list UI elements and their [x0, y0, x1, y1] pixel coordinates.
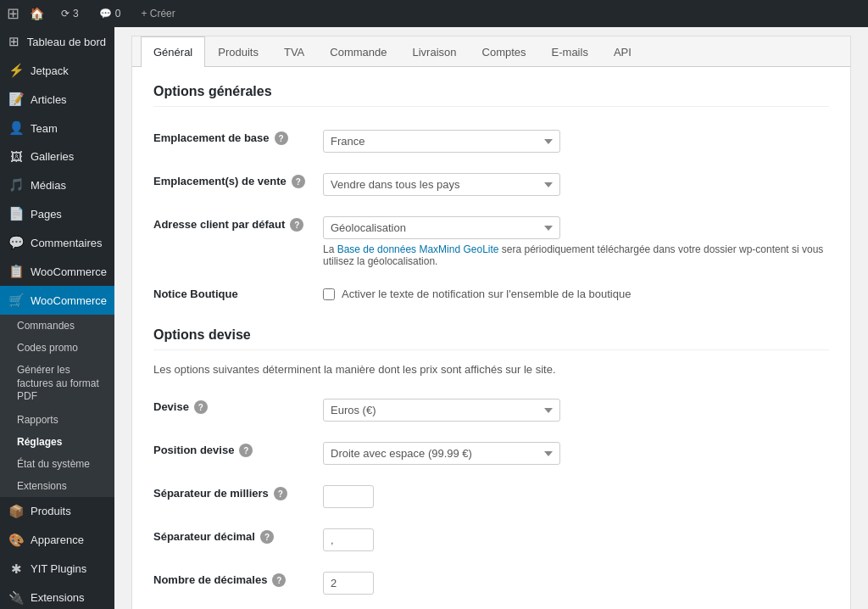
emplacement-base-label: Emplacement de base — [153, 131, 270, 144]
sidebar-item-galleries[interactable]: 🖼 Galleries — [0, 142, 114, 170]
sidebar-item-yit-plugins[interactable]: ✱ YIT Plugins — [0, 555, 114, 584]
position-devise-row: Position devise ? Droite avec espace (99… — [153, 432, 829, 475]
settings-panel: Général Produits TVA Commande Livraison … — [131, 36, 851, 609]
devise-label: Devise — [153, 400, 189, 413]
separateur-decimal-input[interactable] — [323, 528, 374, 551]
separateur-milliers-label: Séparateur de milliers — [153, 487, 269, 500]
woocommerce-submenu: Commandes Codes promo Générer les factur… — [0, 315, 114, 497]
admin-bar: ⊞ 🏠 ⟳ 3 💬 0 + Créer — [0, 0, 868, 27]
tab-produits[interactable]: Produits — [205, 36, 271, 67]
tab-comptes[interactable]: Comptes — [470, 36, 539, 67]
sidebar-item-team[interactable]: 👤 Team — [0, 114, 114, 142]
comments-count: 0 — [115, 8, 121, 20]
tab-emails[interactable]: E-mails — [539, 36, 601, 67]
submenu-label: Codes promo — [17, 342, 78, 354]
separateur-decimal-help-icon[interactable]: ? — [260, 530, 274, 544]
sidebar-label: Apparence — [31, 534, 84, 546]
sidebar: ⊞ Tableau de bord ⚡ Jetpack 📝 Articles 👤… — [0, 27, 114, 609]
notice-boutique-text: Activer le texte de notification sur l'e… — [342, 288, 631, 300]
devise-help-icon[interactable]: ? — [194, 400, 208, 414]
sidebar-item-pages[interactable]: 📄 Pages — [0, 199, 114, 228]
sidebar-label: Jetpack — [31, 64, 69, 77]
notice-boutique-label: Notice Boutique — [153, 288, 238, 300]
position-devise-select[interactable]: Droite avec espace (99.99 €) Gauche (€99… — [323, 442, 560, 465]
nombre-decimales-input[interactable] — [323, 572, 374, 595]
sidebar-label: WooCommerce — [31, 265, 107, 278]
position-devise-help-icon[interactable]: ? — [239, 444, 253, 457]
articles-icon: 📝 — [8, 92, 24, 107]
galleries-icon: 🖼 — [8, 149, 24, 164]
team-icon: 👤 — [8, 120, 24, 136]
sidebar-label: Pages — [31, 208, 62, 221]
adresse-client-label: Adresse client par défaut — [153, 218, 285, 231]
emplacement-vente-help-icon[interactable]: ? — [292, 175, 305, 188]
tab-tva[interactable]: TVA — [271, 36, 317, 67]
sidebar-item-codes-promo[interactable]: Codes promo — [0, 337, 114, 359]
adresse-client-select[interactable]: Géolocalisation Adresse de facturation A… — [323, 216, 560, 239]
nombre-decimales-help-icon[interactable]: ? — [272, 573, 286, 587]
emplacement-base-row: Emplacement de base ? France Belgium Swi… — [153, 120, 829, 163]
dashboard-icon: ⊞ — [8, 34, 20, 49]
comments-item[interactable]: 💬 0 — [92, 0, 128, 27]
sidebar-label: Galleries — [31, 150, 74, 163]
sidebar-item-extensions-sub[interactable]: Extensions — [0, 475, 114, 497]
sidebar-label: YIT Plugins — [31, 562, 86, 575]
tab-livraison[interactable]: Livraison — [399, 36, 469, 67]
separateur-milliers-help-icon[interactable]: ? — [274, 487, 287, 500]
sidebar-item-articles[interactable]: 📝 Articles — [0, 85, 114, 114]
sidebar-label: WooCommerce — [31, 294, 107, 307]
sidebar-item-medias[interactable]: 🎵 Médias — [0, 170, 114, 199]
tabs-bar: Général Produits TVA Commande Livraison … — [132, 36, 850, 67]
geoloc-link[interactable]: Base de données MaxMind GeoLite — [337, 243, 499, 255]
devise-select[interactable]: Euros (€) Dollar US ($) Livre Sterling (… — [323, 399, 560, 422]
sidebar-item-generer-factures[interactable]: Générer les factures au format PDF — [0, 359, 114, 409]
tab-general[interactable]: Général — [141, 36, 205, 67]
sidebar-label: Tableau de bord — [27, 36, 106, 48]
emplacement-base-help-icon[interactable]: ? — [275, 131, 288, 145]
separateur-milliers-input[interactable] — [323, 485, 374, 508]
nombre-decimales-row: Nombre de décimales ? — [153, 562, 829, 605]
adresse-client-help-icon[interactable]: ? — [290, 218, 303, 232]
create-button[interactable]: + Créer — [134, 8, 181, 20]
wp-logo-icon[interactable]: ⊞ — [7, 4, 19, 23]
sidebar-item-produits[interactable]: 📦 Produits — [0, 497, 114, 526]
submenu-label: Rapports — [17, 414, 58, 426]
submenu-label: Générer les factures au format PDF — [17, 364, 106, 404]
home-icon[interactable]: 🏠 — [30, 7, 44, 20]
sidebar-item-woocommerce[interactable]: 🛒 WooCommerce — [0, 286, 114, 315]
emplacement-vente-row: Emplacement(s) de vente ? Vendre dans to… — [153, 163, 829, 206]
submenu-label: Réglages — [17, 436, 62, 448]
emplacement-vente-label: Emplacement(s) de vente — [153, 175, 287, 187]
emplacement-vente-select[interactable]: Vendre dans tous les pays Vendre dans de… — [323, 173, 560, 196]
sidebar-item-reglages[interactable]: Réglages — [0, 431, 114, 453]
devise-options-table: Devise ? Euros (€) Dollar US ($) Livre S… — [153, 388, 829, 605]
submenu-label: Extensions — [17, 480, 67, 492]
sidebar-item-rapports[interactable]: Rapports — [0, 409, 114, 431]
general-options-title: Options générales — [153, 84, 829, 107]
extensions-icon: 🔌 — [8, 590, 24, 606]
emplacement-base-select[interactable]: France Belgium Switzerland — [323, 130, 560, 153]
pages-icon: 📄 — [8, 206, 24, 221]
woocommerce-icon: 🛒 — [8, 293, 24, 308]
notice-boutique-checkbox[interactable] — [323, 288, 335, 300]
sidebar-item-extensions[interactable]: 🔌 Extensions — [0, 584, 114, 609]
updates-item[interactable]: ⟳ 3 — [54, 0, 86, 27]
tab-api[interactable]: API — [601, 36, 644, 67]
sidebar-item-apparence[interactable]: 🎨 Apparence — [0, 526, 114, 555]
sidebar-item-jetpack[interactable]: ⚡ Jetpack — [0, 56, 114, 85]
medias-icon: 🎵 — [8, 177, 24, 193]
jetpack-icon: ⚡ — [8, 63, 24, 78]
sidebar-item-feedback[interactable]: 📋 WooCommerce — [0, 257, 114, 286]
sidebar-item-commandes[interactable]: Commandes — [0, 315, 114, 337]
feedback-icon: 📋 — [8, 264, 24, 279]
produits-icon: 📦 — [8, 504, 24, 519]
sidebar-item-tableau-de-bord[interactable]: ⊞ Tableau de bord — [0, 27, 114, 56]
tab-commande[interactable]: Commande — [317, 36, 399, 67]
sidebar-item-commentaires[interactable]: 💬 Commentaires — [0, 228, 114, 257]
separateur-decimal-row: Séparateur décimal ? — [153, 518, 829, 562]
sidebar-item-etat-systeme[interactable]: État du système — [0, 453, 114, 475]
submenu-label: État du système — [17, 458, 90, 470]
general-options-table: Emplacement de base ? France Belgium Swi… — [153, 120, 829, 310]
content-area: Général Produits TVA Commande Livraison … — [114, 27, 868, 609]
sidebar-label: Articles — [31, 93, 67, 106]
